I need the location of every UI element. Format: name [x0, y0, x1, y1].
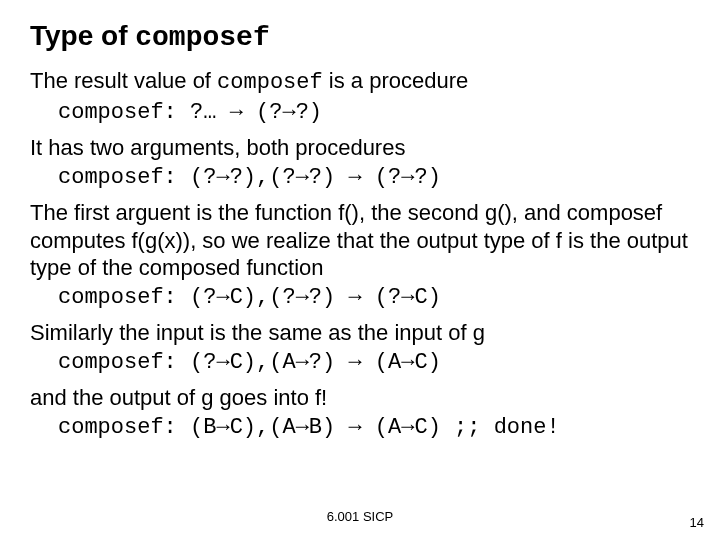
paragraph-1: The result value of composef is a proced…	[30, 67, 690, 126]
p1-mono: composef	[217, 70, 323, 95]
slide-content: Type of composef The result value of com…	[0, 0, 720, 441]
p1-sig: composef: ?… → (?→?)	[58, 99, 690, 127]
p4-text: Similarly the input is the same as the i…	[30, 320, 485, 345]
p3-text: The first arguent is the function f(), t…	[30, 200, 688, 280]
p2-sig: composef: (?→?),(?→?) → (?→?)	[58, 164, 690, 192]
p2-text: It has two arguments, both procedures	[30, 135, 405, 160]
footer-course: 6.001 SICP	[0, 509, 720, 524]
p3-sig: composef: (?→C),(?→?) → (?→C)	[58, 284, 690, 312]
p5-sig: composef: (B→C),(A→B) → (A→C) ;; done!	[58, 414, 690, 442]
p5-text: and the output of g goes into f!	[30, 385, 327, 410]
paragraph-5: and the output of g goes into f! compose…	[30, 384, 690, 441]
paragraph-2: It has two arguments, both procedures co…	[30, 134, 690, 191]
slide-title: Type of composef	[30, 20, 690, 53]
p1-tail: is a procedure	[323, 68, 469, 93]
p4-sig: composef: (?→C),(A→?) → (A→C)	[58, 349, 690, 377]
title-prefix: Type of	[30, 20, 135, 51]
paragraph-4: Similarly the input is the same as the i…	[30, 319, 690, 376]
footer-page-number: 14	[690, 515, 704, 530]
p1-text: The result value of	[30, 68, 217, 93]
paragraph-3: The first arguent is the function f(), t…	[30, 199, 690, 311]
title-mono: composef	[135, 22, 269, 53]
